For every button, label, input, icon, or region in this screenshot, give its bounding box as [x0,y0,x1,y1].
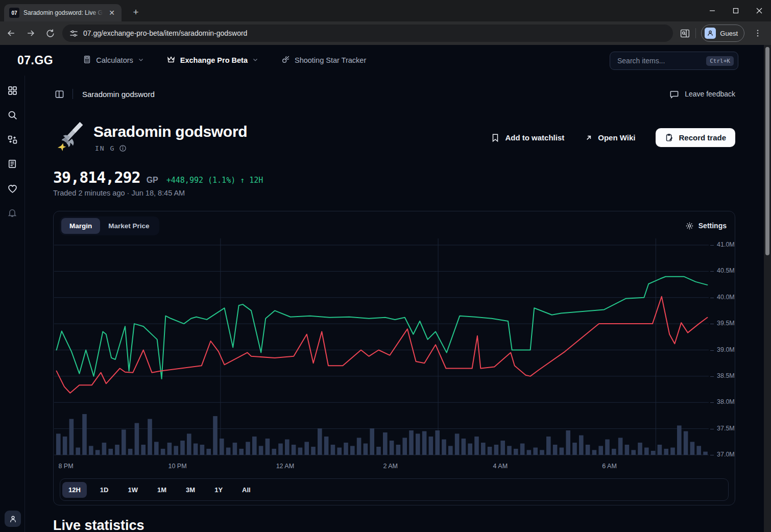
chart-tab-margin[interactable]: Margin [61,218,100,234]
chevron-down-icon [138,56,144,64]
range-button-1w[interactable]: 1W [122,482,144,498]
tab-title: Saradomin godsword: Live GE P [23,9,103,16]
page-scrollbar[interactable] [764,45,771,532]
url-text[interactable]: 07.gg/exchange-pro-beta/item/saradomin-g… [83,29,247,37]
x-axis-label: 10 PM [168,463,186,470]
chart-tab-market-price[interactable]: Market Price [100,218,157,234]
y-axis-label: 38.0M [717,398,735,405]
nav-label: Exchange Pro Beta [180,56,248,64]
back-button[interactable] [3,25,19,41]
range-button-3m[interactable]: 3M [180,482,201,498]
browser-tab[interactable]: 07 Saradomin godsword: Live GE P ✕ [4,4,122,21]
price-currency: GP [147,176,158,185]
x-axis-label: 2 AM [383,463,398,470]
nav-item-exchange-pro-beta[interactable]: Exchange Pro Beta [166,55,258,66]
forward-button[interactable] [22,25,39,41]
y-axis-label: 38.5M [717,372,735,379]
url-bar[interactable]: 07.gg/exchange-pro-beta/item/saradomin-g… [62,25,673,42]
breadcrumb-divider [73,89,73,99]
x-axis-label: 12 AM [276,463,294,470]
window-close-button[interactable] [748,0,771,21]
new-tab-button[interactable]: + [129,5,143,19]
chat-bubble-icon [669,89,679,99]
chart-x-axis: 8 PM10 PM12 AM2 AM4 AM6 AM [54,463,710,471]
sidebar-heart-icon[interactable] [5,181,19,196]
chart-panel: MarginMarket Price Settings 41.0M40.5M40… [53,211,735,505]
range-button-1d[interactable]: 1D [94,482,115,498]
price-chart[interactable] [54,235,710,457]
scrollbar-thumb[interactable] [765,47,769,255]
price-value: 39,814,292 [53,168,140,186]
browser-titlebar: 07 Saradomin godsword: Live GE P ✕ + [0,0,771,21]
open-wiki-button[interactable]: Open Wiki [585,133,635,142]
window-minimize-button[interactable] [701,0,724,21]
record-trade-button[interactable]: Record trade [656,128,735,147]
sidebar-dashboard-icon[interactable] [5,83,19,98]
side-search-icon[interactable] [680,28,690,39]
range-button-12h[interactable]: 12H [62,482,87,498]
item-title: Saradomin godsword [93,123,247,140]
y-axis-label: 39.0M [717,346,735,353]
sidebar-news-icon[interactable] [5,157,19,171]
item-sprite-saradomin-godsword [55,120,87,152]
bookmark-icon [491,133,500,142]
y-axis-label: 40.5M [717,267,735,274]
chart-settings-button[interactable]: Settings [685,222,727,230]
tab-close-icon[interactable]: ✕ [107,8,116,17]
profile-button[interactable]: Guest [701,25,744,42]
leave-feedback-label: Leave feedback [685,90,735,98]
browser-menu-icon[interactable] [750,25,766,41]
window-maximize-button[interactable] [724,0,748,21]
sidebar-compare-icon[interactable] [5,132,19,147]
sidebar [0,76,25,532]
chart-tab-group: MarginMarket Price [60,216,159,235]
range-button-1m[interactable]: 1M [151,482,173,498]
comet-icon [281,55,290,66]
y-axis-label: 37.5M [717,425,735,432]
site-logo[interactable]: 07.GG [17,54,53,67]
breadcrumb: Saradomin godsword [82,90,155,99]
chart-right-axis [735,238,735,457]
clipboard-pen-icon [665,133,673,142]
reload-button[interactable] [42,25,58,41]
leave-feedback-button[interactable]: Leave feedback [669,89,735,99]
search-input[interactable]: Search items... Ctrl+K [610,52,738,70]
toolbar-divider [695,28,696,38]
nav-label: Shooting Star Tracker [295,56,366,64]
x-axis-label: 6 AM [602,463,617,470]
series-high [57,277,708,379]
nav-item-shooting-star-tracker[interactable]: Shooting Star Tracker [281,55,366,66]
add-to-watchlist-button[interactable]: Add to watchlist [491,133,564,142]
search-placeholder: Search items... [617,57,706,65]
range-button-all[interactable]: All [236,482,257,498]
panel-toggle-icon[interactable] [53,88,65,100]
x-axis-label: 8 PM [58,463,73,470]
y-axis-label: 41.0M [717,241,735,248]
screen: 07 Saradomin godsword: Live GE P ✕ + 07.… [0,0,771,532]
y-axis-label: 40.0M [717,294,735,301]
nav-item-calculators[interactable]: Calculators [83,55,144,65]
sidebar-search-icon[interactable] [5,108,19,122]
gear-icon [685,222,694,230]
chevron-down-icon [252,56,258,64]
series-low [57,297,708,393]
info-icon[interactable] [119,144,127,152]
time-range-selector: 12H1D1W1M3M1YAll [60,478,729,501]
nav-label: Calculators [96,56,133,64]
x-axis-label: 4 AM [493,463,508,470]
calculator-icon [83,55,91,65]
site-header: 07.GG CalculatorsExchange Pro BetaShooti… [0,45,764,76]
last-traded-text: Traded 2 minutes ago · Jun 18, 8:45 AM [53,189,185,197]
item-subtitle: IN G [95,144,115,152]
site-settings-icon[interactable] [69,29,78,38]
search-shortcut-badge: Ctrl+K [706,56,734,66]
profile-label: Guest [720,30,738,37]
main-nav: CalculatorsExchange Pro BetaShooting Sta… [83,55,366,66]
y-axis-label: 37.0M [717,451,735,458]
range-button-1y[interactable]: 1Y [208,482,229,498]
price-change: +448,992 (1.1%) ↑ 12H [166,176,263,185]
profile-icon[interactable] [5,511,21,527]
sidebar-bell-icon[interactable] [5,206,19,220]
live-statistics-heading: Live statistics [53,518,144,532]
crown-icon [166,55,176,66]
